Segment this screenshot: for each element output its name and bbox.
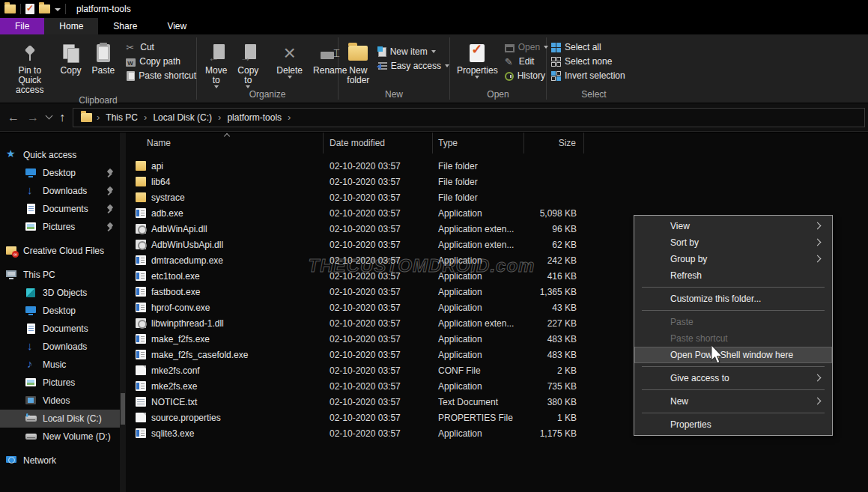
- breadcrumb-this-pc[interactable]: This PC: [101, 112, 142, 123]
- invert-selection-button[interactable]: Invert selection: [551, 70, 625, 81]
- file-name: mke2fs.conf: [151, 365, 200, 376]
- move-to-label: Move to: [205, 66, 227, 85]
- label: Videos: [43, 395, 70, 406]
- column-header-date-modified[interactable]: Date modified: [324, 133, 433, 154]
- music-icon: [25, 359, 37, 370]
- tab-file[interactable]: File: [0, 18, 44, 34]
- table-row[interactable]: systrace02-10-2020 03:57File folder: [126, 189, 868, 205]
- table-row[interactable]: api02-10-2020 03:57File folder: [126, 158, 868, 174]
- dll-icon: [136, 318, 146, 328]
- sidebar-item-videos[interactable]: Videos: [0, 392, 120, 410]
- file-date: 02-10-2020 03:57: [324, 208, 433, 219]
- new-folder-button[interactable]: New folder: [343, 40, 374, 85]
- file-size: 2 KB: [524, 365, 584, 376]
- menu-item-customize-folder[interactable]: Customize this folder...: [634, 291, 832, 307]
- label: Refresh: [670, 270, 702, 281]
- application-icon: [136, 334, 146, 344]
- sidebar-item-downloads-pc[interactable]: Downloads: [0, 338, 120, 356]
- menu-item-properties[interactable]: Properties: [634, 416, 832, 433]
- delete-button[interactable]: × Delete: [273, 40, 306, 79]
- column-header-name[interactable]: Name: [126, 133, 324, 154]
- copy-path-button[interactable]: Copy path: [126, 56, 196, 67]
- file-date: 02-10-2020 03:57: [324, 397, 433, 407]
- sidebar-item-creative-cloud[interactable]: Creative Cloud Files: [0, 242, 120, 260]
- recent-locations-icon[interactable]: [46, 112, 53, 120]
- file-date: 02-10-2020 03:57: [324, 381, 433, 392]
- menu-item-view[interactable]: View: [634, 218, 832, 234]
- chevron-down-icon: [246, 85, 250, 88]
- sidebar-item-documents[interactable]: Documents: [0, 200, 120, 218]
- sidebar-item-this-pc[interactable]: This PC: [0, 266, 120, 284]
- tab-view[interactable]: View: [152, 18, 201, 34]
- open-label: Open: [518, 42, 540, 52]
- new-item-button[interactable]: New item: [378, 46, 449, 57]
- select-none-button[interactable]: Select none: [551, 56, 625, 67]
- file-size: 483 KB: [524, 350, 584, 360]
- paste-shortcut-label: Paste shortcut: [139, 70, 196, 81]
- sidebar-item-3d-objects[interactable]: 3D Objects: [0, 284, 120, 302]
- tab-home[interactable]: Home: [44, 18, 98, 34]
- history-button[interactable]: History: [505, 70, 548, 81]
- sidebar-item-new-volume-d[interactable]: New Volume (D:): [0, 428, 120, 446]
- application-icon: [136, 303, 146, 312]
- sidebar-item-pictures[interactable]: Pictures: [0, 218, 120, 236]
- qat-dropdown-icon[interactable]: [55, 8, 61, 11]
- new-group-label: New: [339, 89, 449, 103]
- sidebar-item-desktop[interactable]: Desktop: [0, 164, 120, 182]
- sidebar-item-music[interactable]: Music: [0, 356, 120, 374]
- chevron-down-icon: [445, 64, 449, 67]
- folder-icon: [136, 192, 146, 202]
- forward-icon[interactable]: →: [27, 111, 39, 124]
- breadcrumb-local-disk[interactable]: Local Disk (C:): [148, 112, 216, 123]
- submenu-chevron-icon: [814, 255, 822, 263]
- copy-button[interactable]: Copy: [57, 40, 85, 76]
- copy-icon: [63, 44, 79, 62]
- menu-item-open-powershell[interactable]: Open PowerShell window here: [634, 347, 832, 363]
- edit-button[interactable]: Edit: [505, 56, 548, 67]
- invert-selection-label: Invert selection: [565, 70, 625, 81]
- menu-item-refresh[interactable]: Refresh: [634, 267, 832, 284]
- paste-shortcut-button[interactable]: Paste shortcut: [126, 70, 196, 81]
- sidebar-item-pictures-pc[interactable]: Pictures: [0, 374, 120, 392]
- sidebar-item-network[interactable]: Network: [0, 452, 120, 470]
- sidebar-item-quick-access[interactable]: Quick access: [0, 146, 120, 164]
- copy-to-button[interactable]: Copy to: [234, 40, 262, 88]
- column-header-type[interactable]: Type: [433, 133, 524, 154]
- sidebar: Quick access Desktop Downloads Documents…: [0, 133, 120, 492]
- divider: [20, 4, 21, 14]
- back-icon[interactable]: ←: [7, 111, 19, 124]
- open-button[interactable]: Open: [505, 42, 548, 52]
- new-folder-qat-icon[interactable]: [39, 4, 50, 13]
- 3d-objects-icon: [25, 288, 37, 298]
- text-icon: [136, 397, 146, 407]
- column-header-size[interactable]: Size: [524, 133, 584, 154]
- window-title: platform-tools: [76, 4, 131, 14]
- sidebar-item-local-disk-c[interactable]: Local Disk (C:): [0, 410, 120, 428]
- menu-item-give-access-to[interactable]: Give access to: [634, 370, 832, 386]
- select-all-button[interactable]: Select all: [551, 42, 625, 52]
- menu-item-new[interactable]: New: [634, 393, 832, 410]
- sidebar-item-desktop-pc[interactable]: Desktop: [0, 302, 120, 320]
- cut-button[interactable]: Cut: [126, 42, 196, 52]
- menu-separator: [642, 310, 825, 311]
- breadcrumb-platform-tools[interactable]: platform-tools: [222, 112, 286, 123]
- paste-button[interactable]: Paste: [88, 40, 119, 76]
- menu-item-paste-shortcut: Paste shortcut: [634, 330, 832, 347]
- table-row[interactable]: lib6402-10-2020 03:57File folder: [126, 174, 868, 189]
- menu-item-sort-by[interactable]: Sort by: [634, 234, 832, 251]
- menu-item-group-by[interactable]: Group by: [634, 251, 832, 267]
- properties-label: Properties: [457, 66, 498, 76]
- address-bar[interactable]: › This PC › Local Disk (C:) › platform-t…: [73, 108, 865, 127]
- rename-icon: [321, 50, 340, 61]
- sidebar-item-documents-pc[interactable]: Documents: [0, 320, 120, 338]
- properties-button[interactable]: Properties: [453, 40, 502, 79]
- up-icon[interactable]: ↑: [59, 111, 65, 124]
- pin-to-quick-access-button[interactable]: Pin to Quick access: [6, 40, 54, 95]
- easy-access-button[interactable]: Easy access: [378, 61, 449, 71]
- tab-share[interactable]: Share: [98, 18, 152, 34]
- move-to-button[interactable]: Move to: [201, 40, 231, 88]
- sidebar-item-downloads[interactable]: Downloads: [0, 182, 120, 200]
- properties-qat-icon[interactable]: [25, 4, 34, 14]
- copy-path-icon: [126, 58, 136, 67]
- file-name: make_f2fs.exe: [151, 334, 210, 344]
